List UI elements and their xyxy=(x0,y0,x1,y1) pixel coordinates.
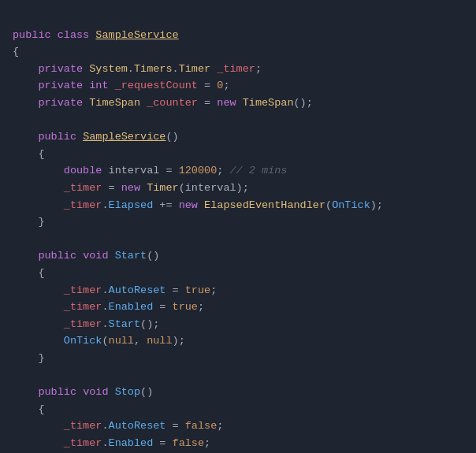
member-elapsed: Elapsed xyxy=(109,199,154,211)
keyword-new-1: new xyxy=(217,97,236,109)
bool-false-1: false xyxy=(185,420,218,432)
var-timer-start: _timer xyxy=(64,318,102,330)
keyword-new-3: new xyxy=(179,199,198,211)
method-ontick-ref: OnTick xyxy=(332,199,370,211)
keyword-class: class xyxy=(58,29,90,41)
keyword-public: public xyxy=(13,29,51,41)
bool-true-1: true xyxy=(185,284,210,296)
member-autoreset-1: AutoReset xyxy=(109,284,166,296)
type-elapsed-handler: ElapsedEventHandler xyxy=(204,199,325,211)
keyword-private-2: private xyxy=(38,80,83,91)
type-void-1: void xyxy=(83,250,108,262)
type-int: int xyxy=(89,80,108,91)
keyword-public-3: public xyxy=(38,250,76,262)
member-enabled-2: Enabled xyxy=(109,437,154,449)
bool-true-2: true xyxy=(173,301,198,313)
class-name-sample-service: SampleService xyxy=(95,29,178,41)
type-void-2: void xyxy=(83,386,108,398)
type-timer-new: Timer xyxy=(147,182,179,194)
var-timer-enabled-2: _timer xyxy=(64,437,102,449)
var-timer-elapsed: _timer xyxy=(64,199,102,211)
var-timer-autoreset-1: _timer xyxy=(64,284,102,296)
var-counter: _counter xyxy=(147,97,198,109)
null-2: null xyxy=(147,335,172,347)
member-enabled-1: Enabled xyxy=(109,301,154,313)
keyword-new-2: new xyxy=(121,182,140,194)
type-timer: Timer xyxy=(179,63,211,75)
bool-false-2: false xyxy=(173,437,205,449)
code-editor: public class SampleService { private Sys… xyxy=(0,0,476,453)
var-timer-autoreset-2: _timer xyxy=(64,420,102,432)
method-start: Start xyxy=(115,250,147,262)
var-timer-2: _timer xyxy=(64,182,102,194)
var-timer-enabled-1: _timer xyxy=(64,301,102,313)
member-start: Start xyxy=(109,318,141,330)
comment-2mins: // 2 mins xyxy=(229,165,287,176)
method-ontick-call-1: OnTick xyxy=(64,335,102,347)
type-timers: Timers xyxy=(134,63,173,75)
member-autoreset-2: AutoReset xyxy=(109,420,166,432)
type-timespan-new: TimeSpan xyxy=(243,97,294,109)
type-double: double xyxy=(64,165,102,176)
keyword-public-2: public xyxy=(38,131,76,143)
constructor-name: SampleService xyxy=(83,131,165,143)
keyword-private-1: private xyxy=(38,63,83,75)
keyword-private-3: private xyxy=(38,97,83,109)
keyword-public-4: public xyxy=(38,386,76,398)
type-timespan: TimeSpan xyxy=(89,97,140,109)
method-stop: Stop xyxy=(115,386,140,398)
number-interval: 120000 xyxy=(179,165,218,176)
var-timer: _timer xyxy=(217,63,255,75)
var-request-count: _requestCount xyxy=(115,80,198,91)
null-1: null xyxy=(109,335,134,347)
type-system-timers-timer: System xyxy=(89,63,128,75)
